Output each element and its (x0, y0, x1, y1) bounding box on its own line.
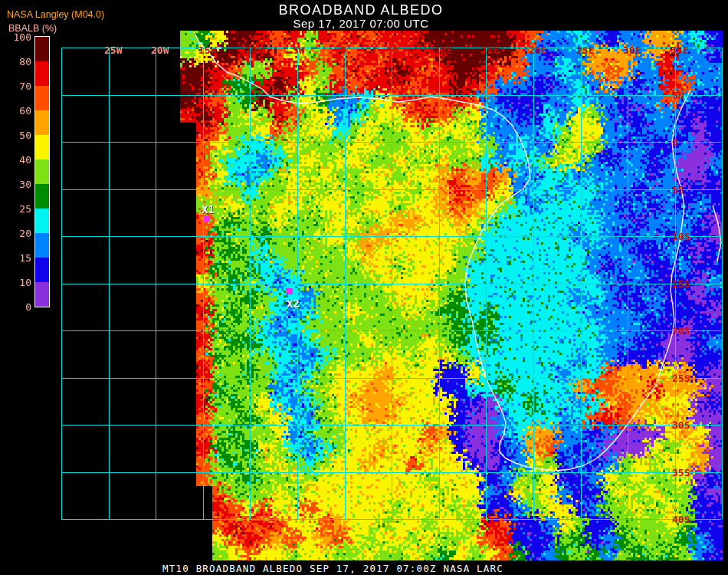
page-title: BROADBAND ALBEDO (0, 2, 722, 18)
colorbar-segment (35, 110, 49, 135)
colorbar-segment (35, 233, 49, 258)
page-subtitle: Sep 17, 2017 07:00 UTC (0, 17, 722, 30)
colorbar-tick-30: 30 (0, 179, 31, 189)
latitude-label-5S: 5S (672, 185, 684, 195)
longitude-label-25E: 25E (576, 45, 594, 55)
marker-label-X2: X2 (287, 297, 300, 310)
colorbar-tick-100: 100 (0, 32, 31, 42)
colorbar-tick-80: 80 (0, 57, 31, 67)
latitude-label-25S: 25S (672, 373, 690, 383)
longitude-label-30E: 30E (623, 45, 641, 55)
longitude-label-10W: 10W (245, 45, 263, 55)
longitude-label-20E: 20E (529, 45, 546, 55)
colorbar-segment (35, 258, 49, 282)
colorbar (34, 36, 50, 307)
latitude-label-20S: 20S (672, 326, 690, 336)
longitude-label-0: 0 (340, 45, 346, 55)
latitude-label-5N: 5N (672, 90, 684, 100)
colorbar-segment (35, 282, 49, 307)
colorbar-segment (35, 209, 49, 233)
longitude-label-5E: 5E (387, 45, 399, 55)
status-bar-text: MT10 BROADBAND ALBEDO SEP 17, 2017 07:00… (162, 563, 503, 574)
colorbar-tick-15: 15 (0, 253, 31, 263)
longitude-label-5W: 5W (293, 45, 305, 55)
marker-label-X1: X1 (202, 203, 215, 215)
colorbar-segment (35, 37, 49, 61)
colorbar-tick-40: 40 (0, 155, 31, 165)
latitude-label-15S: 15S (672, 279, 690, 289)
latitude-label-40S: 40S (672, 514, 690, 524)
colorbar-tick-25: 25 (0, 204, 31, 214)
colorbar-segment (35, 184, 49, 209)
marker-square-X2 (287, 288, 293, 294)
colorbar-tick-70: 70 (0, 81, 31, 91)
longitude-label-25W: 25W (104, 45, 122, 55)
latitude-label-35S: 35S (672, 468, 690, 478)
colorbar-tick-10: 10 (0, 278, 31, 288)
latitude-label-10S: 10S (672, 232, 690, 242)
albedo-map-canvas (0, 0, 728, 575)
longitude-label-15W: 15W (198, 45, 216, 55)
colorbar-tick-20: 20 (0, 228, 31, 238)
colorbar-tick-60: 60 (0, 106, 31, 116)
albedo-visualization-page: BROADBAND ALBEDO Sep 17, 2017 07:00 UTC … (0, 0, 728, 575)
longitude-label-10E: 10E (435, 45, 452, 55)
longitude-label-20W: 20W (151, 45, 169, 55)
colorbar-segment (35, 61, 49, 86)
colorbar-tick-0: 0 (0, 302, 31, 312)
colorbar-segment (35, 159, 49, 184)
longitude-label-35E: 35E (671, 45, 688, 55)
marker-square-X1 (204, 215, 210, 222)
latitude-label-30S: 30S (672, 420, 690, 430)
colorbar-tick-50: 50 (0, 130, 31, 140)
latitude-label-0: 0 (672, 137, 678, 147)
longitude-label-15E: 15E (481, 45, 499, 55)
colorbar-segment (35, 135, 49, 159)
nasa-langley-credit: NASA Langley (M04.0) (7, 9, 104, 20)
status-bar: MT10 BROADBAND ALBEDO SEP 17, 2017 07:00… (0, 560, 728, 575)
colorbar-segment (35, 86, 49, 110)
